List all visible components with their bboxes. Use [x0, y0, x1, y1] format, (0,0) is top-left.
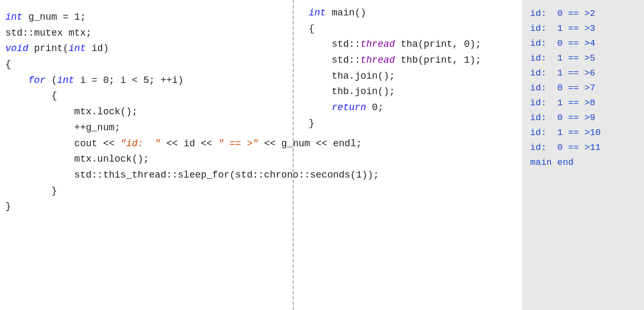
output-line-4: id: 1 == >6	[530, 66, 635, 81]
output-line-9: id: 0 == >11	[530, 140, 635, 155]
code-line-r1: int main()	[309, 5, 481, 21]
output-line-7: id: 0 == >9	[530, 111, 635, 125]
code-line-r2: {	[309, 21, 481, 37]
output-line-5: id: 0 == >7	[530, 81, 635, 96]
code-line-r8: }	[309, 116, 481, 132]
output-line-2: id: 0 == >4	[530, 36, 635, 51]
output-line-6: id: 1 == >8	[530, 96, 635, 111]
separator-line	[293, 0, 294, 310]
output-panel: id: 0 == >2id: 1 == >3id: 0 == >4id: 1 =…	[522, 0, 644, 310]
code-line-r5: tha.join();	[309, 69, 481, 85]
code-line-l11: std::this_thread::sleep_for(std::chrono:…	[5, 167, 516, 183]
right-code-block: int main(){ std::thread tha(print, 0); s…	[309, 5, 481, 132]
code-line-l12: }	[5, 183, 516, 199]
code-line-l13: }	[5, 199, 516, 215]
output-line-3: id: 1 == >5	[530, 51, 635, 66]
output-line-0: id: 0 == >2	[530, 6, 635, 21]
output-line-8: id: 1 == >10	[530, 125, 635, 140]
code-line-r6: thb.join();	[309, 84, 481, 100]
code-line-l10: mtx.unlock();	[5, 152, 516, 167]
code-line-r7: return 0;	[309, 100, 481, 116]
left-code-panel: int g_num = 1;std::mutex mtx;void print(…	[0, 0, 522, 310]
code-line-r3: std::thread tha(print, 0);	[309, 37, 481, 53]
code-line-r4: std::thread thb(print, 1);	[309, 53, 481, 69]
output-line-10: main end	[530, 155, 635, 170]
output-line-1: id: 1 == >3	[530, 21, 635, 36]
code-line-l9: cout << "id: " << id << " == >" << g_num…	[5, 136, 516, 152]
